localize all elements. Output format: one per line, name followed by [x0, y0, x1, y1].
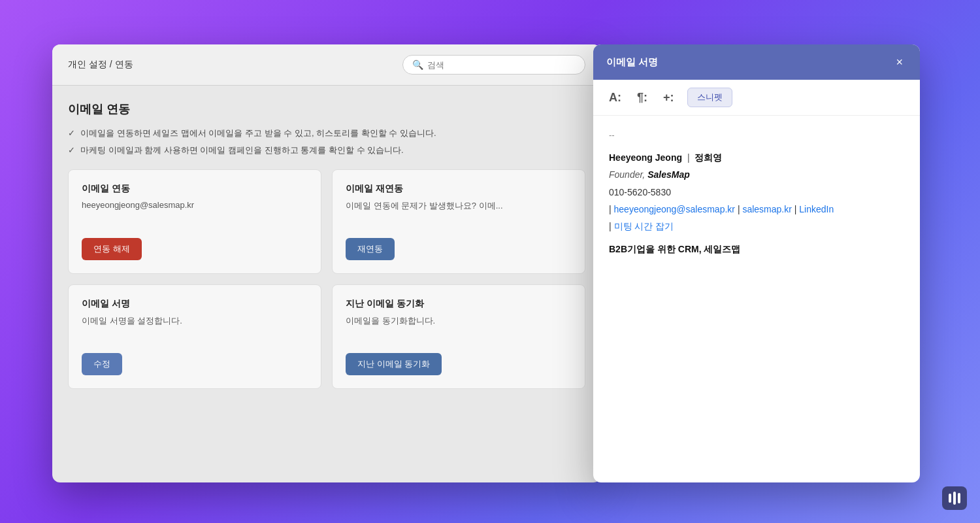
- check-icon-1: ✓: [68, 128, 75, 138]
- sig-name-kr: 정희영: [694, 152, 722, 163]
- search-bar: 🔍: [402, 55, 585, 75]
- card-2-title: 이메일 재연동: [346, 183, 572, 195]
- font-button[interactable]: A:: [604, 88, 627, 107]
- card-1-desc: heeyeongjeong@salesmap.kr: [82, 200, 308, 228]
- check-icon-2: ✓: [68, 145, 75, 155]
- bar-icon-2: [953, 492, 956, 505]
- pipe-meeting: |: [609, 221, 614, 231]
- card-2-actions: 재연동: [346, 238, 572, 260]
- info-text-2: 마케팅 이메일과 함께 사용하면 이메일 캠페인을 진행하고 통계를 확인할 수…: [80, 144, 404, 156]
- search-input[interactable]: [427, 60, 576, 70]
- sig-phone: 010-5620-5830: [609, 185, 904, 199]
- card-4-desc: 이메일을 동기화합니다.: [346, 315, 572, 343]
- sig-tagline: B2B기업을 위한 CRM, 세일즈맵: [609, 242, 904, 256]
- info-text-1: 이메일을 연동하면 세일즈 맵에서 이메일을 주고 받을 수 있고, 히스토리를…: [80, 127, 436, 139]
- settings-content: 이메일 연동 ✓ 이메일을 연동하면 세일즈 맵에서 이메일을 주고 받을 수 …: [52, 86, 601, 482]
- bar-icon-3: [958, 493, 960, 503]
- card-1-title: 이메일 연동: [82, 183, 308, 195]
- sig-name-line: Heeyeong Jeong | 정희영: [609, 150, 904, 165]
- card-email-signature: 이메일 서명 이메일 서명을 설정합니다. 수정: [68, 284, 321, 389]
- info-item-2: ✓ 마케팅 이메일과 함께 사용하면 이메일 캠페인을 진행하고 통계를 확인할…: [68, 144, 585, 156]
- panel-content: -- Heeyeong Jeong | 정희영 Founder, SalesMa…: [593, 116, 920, 269]
- panel-toolbar: A: ¶: +: 스니펫: [593, 80, 920, 116]
- close-button[interactable]: ×: [892, 55, 907, 69]
- card-email-past-sync: 지난 이메일 동기화 이메일을 동기화합니다. 지난 이메일 동기화: [332, 284, 585, 389]
- bottom-right-icon: [942, 486, 967, 510]
- card-3-title: 이메일 서명: [82, 298, 308, 310]
- sig-company: SalesMap: [647, 169, 690, 180]
- reconnect-button[interactable]: 재연동: [346, 238, 395, 260]
- snippet-button[interactable]: 스니펫: [687, 88, 732, 107]
- panel-title: 이메일 서명: [606, 56, 658, 69]
- sig-meeting-line: | 미팅 시간 잡기: [609, 219, 904, 233]
- sig-linkedin-link[interactable]: LinkedIn: [799, 204, 834, 214]
- card-4-actions: 지난 이메일 동기화: [346, 353, 572, 375]
- edit-signature-button[interactable]: 수정: [82, 353, 122, 375]
- sig-name-en: Heeyeong Jeong: [609, 152, 682, 163]
- card-1-actions: 연동 해제: [82, 238, 308, 260]
- sig-role-line: Founder, SalesMap: [609, 167, 904, 182]
- settings-window: 개인 설정 / 연동 🔍 이메일 연동 ✓ 이메일을 연동하면 세일즈 맵에서 …: [52, 44, 601, 482]
- card-3-desc: 이메일 서명을 설정합니다.: [82, 315, 308, 343]
- panel-header: 이메일 서명 ×: [593, 44, 920, 80]
- sig-divider: |: [687, 152, 693, 163]
- signature-panel: 이메일 서명 × A: ¶: +: 스니펫 -- Heeyeong Jeong …: [593, 44, 920, 482]
- card-email-sync: 이메일 연동 heeyeongjeong@salesmap.kr 연동 해제: [68, 169, 321, 274]
- bar-icon-1: [949, 494, 951, 503]
- search-icon: 🔍: [412, 59, 423, 70]
- card-3-actions: 수정: [82, 353, 308, 375]
- separator-line: --: [609, 129, 904, 143]
- settings-header: 개인 설정 / 연동 🔍: [52, 44, 601, 86]
- sig-links: | heeyeongjeong@salesmap.kr | salesmap.k…: [609, 202, 904, 216]
- disconnect-button[interactable]: 연동 해제: [82, 238, 142, 260]
- plus-button[interactable]: +:: [658, 88, 679, 107]
- card-4-title: 지난 이메일 동기화: [346, 298, 572, 310]
- card-2-desc: 이메일 연동에 문제가 발생했나요? 이메...: [346, 200, 572, 228]
- sig-meeting-link[interactable]: 미팅 시간 잡기: [614, 221, 674, 231]
- info-list: ✓ 이메일을 연동하면 세일즈 맵에서 이메일을 주고 받을 수 있고, 히스토…: [68, 127, 585, 156]
- sig-email-link[interactable]: heeyeongjeong@salesmap.kr: [614, 204, 735, 214]
- cards-grid: 이메일 연동 heeyeongjeong@salesmap.kr 연동 해제 이…: [68, 169, 585, 389]
- breadcrumb: 개인 설정 / 연동: [68, 59, 133, 71]
- info-item-1: ✓ 이메일을 연동하면 세일즈 맵에서 이메일을 주고 받을 수 있고, 히스토…: [68, 127, 585, 139]
- card-email-reconnect: 이메일 재연동 이메일 연동에 문제가 발생했나요? 이메... 재연동: [332, 169, 585, 274]
- section-title: 이메일 연동: [68, 101, 585, 117]
- sig-website-link[interactable]: salesmap.kr: [742, 204, 791, 214]
- paragraph-button[interactable]: ¶:: [632, 88, 653, 107]
- sig-role: Founder,: [609, 169, 645, 180]
- pipe-prefix: |: [609, 204, 614, 214]
- past-sync-button[interactable]: 지난 이메일 동기화: [346, 353, 442, 375]
